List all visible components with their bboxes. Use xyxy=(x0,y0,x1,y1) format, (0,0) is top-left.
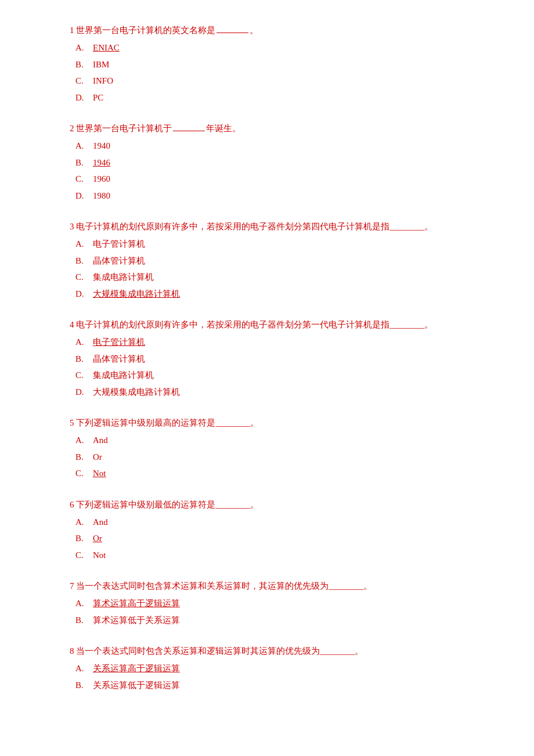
question-block-7: 7 当一个表达式同时包含算术运算和关系运算时，其运算的优先级为________。… xyxy=(70,579,464,628)
option-label-6-1: A. xyxy=(75,515,88,530)
question-title-2: 2 世界第一台电子计算机于年诞生。 xyxy=(70,121,464,135)
question-block-4: 4 电子计算机的划代原则有许多中，若按采用的电子器件划分第一代电子计算机是指__… xyxy=(70,318,464,399)
option-label-2-3: C. xyxy=(75,172,88,187)
option-6-2[interactable]: B.Or xyxy=(70,531,464,546)
option-2-1[interactable]: A.1940 xyxy=(70,139,464,154)
option-text-2-4: 1980 xyxy=(93,189,110,204)
question-title-5: 5 下列逻辑运算中级别最高的运算符是________。 xyxy=(70,416,464,430)
option-2-2[interactable]: B.1946 xyxy=(70,156,464,171)
option-8-1[interactable]: A.关系运算高于逻辑运算 xyxy=(70,661,464,676)
option-label-6-3: C. xyxy=(75,548,88,563)
option-7-1[interactable]: A.算术运算高于逻辑运算 xyxy=(70,596,464,611)
option-label-2-2: B. xyxy=(75,156,88,171)
option-label-7-2: B. xyxy=(75,613,88,628)
option-text-2-3: 1960 xyxy=(93,172,110,187)
question-block-5: 5 下列逻辑运算中级别最高的运算符是________。A.AndB.OrC.No… xyxy=(70,416,464,481)
option-text-6-2: Or xyxy=(93,531,102,546)
question-block-1: 1 世界第一台电子计算机的英文名称是。A.ENIACB.IBMC.INFOD.P… xyxy=(70,23,464,105)
option-text-1-4: PC xyxy=(93,91,103,106)
question-title-6: 6 下列逻辑运算中级别最低的运算符是________。 xyxy=(70,498,464,512)
option-1-3[interactable]: C.INFO xyxy=(70,74,464,89)
option-5-3[interactable]: C.Not xyxy=(70,466,464,481)
option-text-1-3: INFO xyxy=(93,74,113,89)
option-1-2[interactable]: B.IBM xyxy=(70,57,464,73)
option-text-7-2: 算术运算低于关系运算 xyxy=(93,613,180,628)
question-suffix-1: 。 xyxy=(250,26,258,35)
question-title-1: 1 世界第一台电子计算机的英文名称是。 xyxy=(70,23,464,37)
option-label-8-2: B. xyxy=(75,678,88,693)
option-text-4-3: 集成电路计算机 xyxy=(93,368,154,383)
question-title-8: 8 当一个表达式同时包含关系运算和逻辑运算时其运算的优先级为________。 xyxy=(70,644,464,658)
option-label-4-2: B. xyxy=(75,352,88,367)
option-text-2-1: 1940 xyxy=(93,139,110,154)
question-block-8: 8 当一个表达式同时包含关系运算和逻辑运算时其运算的优先级为________。A… xyxy=(70,644,464,693)
option-3-2[interactable]: B.晶体管计算机 xyxy=(70,254,464,269)
option-6-3[interactable]: C.Not xyxy=(70,548,464,563)
question-text-1: 世界第一台电子计算机的英文名称是 xyxy=(76,26,215,35)
option-text-5-1: And xyxy=(93,433,108,448)
option-text-3-4: 大规模集成电路计算机 xyxy=(93,287,180,302)
option-1-4[interactable]: D.PC xyxy=(70,91,464,106)
option-2-3[interactable]: C.1960 xyxy=(70,172,464,187)
option-label-3-1: A. xyxy=(75,237,88,252)
question-title-7: 7 当一个表达式同时包含算术运算和关系运算时，其运算的优先级为________。 xyxy=(70,579,464,593)
option-text-5-3: Not xyxy=(93,466,106,481)
question-text-2: 世界第一台电子计算机于 xyxy=(76,124,172,133)
option-8-2[interactable]: B.关系运算低于逻辑运算 xyxy=(70,678,464,693)
option-text-8-2: 关系运算低于逻辑运算 xyxy=(93,678,180,693)
question-block-2: 2 世界第一台电子计算机于年诞生。A.1940B.1946C.1960D.198… xyxy=(70,121,464,203)
option-text-4-4: 大规模集成电路计算机 xyxy=(93,385,180,400)
option-1-1[interactable]: A.ENIAC xyxy=(70,41,464,56)
option-label-2-4: D. xyxy=(75,189,88,204)
option-5-1[interactable]: A.And xyxy=(70,433,464,448)
question-title-3: 3 电子计算机的划代原则有许多中，若按采用的电子器件划分第四代电子计算机是指__… xyxy=(70,219,464,233)
option-label-2-1: A. xyxy=(75,139,88,154)
option-4-1[interactable]: A.电子管计算机 xyxy=(70,335,464,350)
option-3-3[interactable]: C.集成电路计算机 xyxy=(70,270,464,285)
option-label-1-1: A. xyxy=(75,41,88,56)
option-label-6-2: B. xyxy=(75,531,88,546)
option-label-5-1: A. xyxy=(75,433,88,448)
question-block-6: 6 下列逻辑运算中级别最低的运算符是________。A.AndB.OrC.No… xyxy=(70,498,464,563)
option-label-5-2: B. xyxy=(75,450,88,465)
option-text-4-1: 电子管计算机 xyxy=(93,335,145,350)
option-label-4-3: C. xyxy=(75,368,88,383)
option-label-8-1: A. xyxy=(75,661,88,676)
option-text-1-1: ENIAC xyxy=(93,41,120,56)
question-block-3: 3 电子计算机的划代原则有许多中，若按采用的电子器件划分第四代电子计算机是指__… xyxy=(70,219,464,301)
option-text-6-1: And xyxy=(93,515,108,530)
question-suffix-2: 年诞生。 xyxy=(206,124,241,133)
option-5-2[interactable]: B.Or xyxy=(70,450,464,465)
option-text-5-2: Or xyxy=(93,450,102,465)
option-label-7-1: A. xyxy=(75,596,88,611)
option-text-4-2: 晶体管计算机 xyxy=(93,352,145,367)
option-4-2[interactable]: B.晶体管计算机 xyxy=(70,352,464,367)
option-text-3-3: 集成电路计算机 xyxy=(93,270,154,285)
option-text-7-1: 算术运算高于逻辑运算 xyxy=(93,596,180,611)
option-label-4-4: D. xyxy=(75,385,88,400)
option-label-1-4: D. xyxy=(75,91,88,106)
option-label-3-3: C. xyxy=(75,270,88,285)
option-3-4[interactable]: D.大规模集成电路计算机 xyxy=(70,287,464,302)
option-4-4[interactable]: D.大规模集成电路计算机 xyxy=(70,385,464,400)
option-text-1-2: IBM xyxy=(93,57,109,73)
option-text-2-2: 1946 xyxy=(93,156,110,171)
option-7-2[interactable]: B.算术运算低于关系运算 xyxy=(70,613,464,628)
option-4-3[interactable]: C.集成电路计算机 xyxy=(70,368,464,383)
option-label-3-4: D. xyxy=(75,287,88,302)
option-label-1-3: C. xyxy=(75,74,88,89)
option-3-1[interactable]: A.电子管计算机 xyxy=(70,237,464,252)
option-label-5-3: C. xyxy=(75,466,88,481)
option-text-8-1: 关系运算高于逻辑运算 xyxy=(93,661,180,676)
question-number-1: 1 xyxy=(70,26,76,35)
question-blank-2 xyxy=(173,131,205,131)
question-blank-1 xyxy=(217,33,248,33)
option-6-1[interactable]: A.And xyxy=(70,515,464,530)
option-label-3-2: B. xyxy=(75,254,88,269)
option-2-4[interactable]: D.1980 xyxy=(70,189,464,204)
question-number-2: 2 xyxy=(70,124,76,133)
option-text-3-1: 电子管计算机 xyxy=(93,237,145,252)
option-label-1-2: B. xyxy=(75,57,88,73)
option-text-3-2: 晶体管计算机 xyxy=(93,254,145,269)
quiz-container: 1 世界第一台电子计算机的英文名称是。A.ENIACB.IBMC.INFOD.P… xyxy=(70,23,464,693)
